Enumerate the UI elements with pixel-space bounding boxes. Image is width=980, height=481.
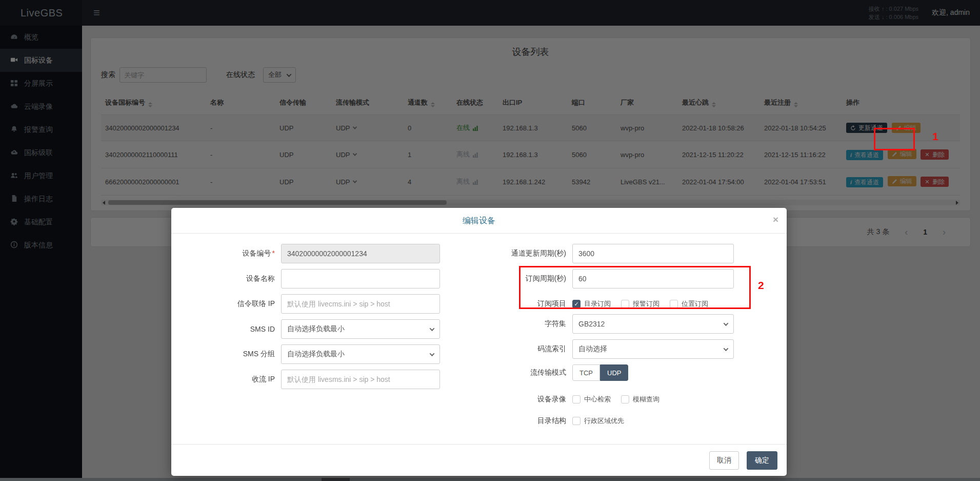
cancel-button[interactable]: 取消	[709, 451, 739, 470]
admin-region-checkbox[interactable]	[572, 417, 581, 425]
sip-contact-ip-label: 信令联络 IP	[189, 299, 281, 309]
dir-structure-label: 目录结构	[470, 416, 572, 426]
channel-refresh-period-label: 通道更新周期(秒)	[470, 249, 572, 258]
fuzzy-search-label: 模糊查询	[633, 395, 659, 404]
page-scrollbar[interactable]	[0, 478, 980, 481]
edit-device-modal: 编辑设备 × 设备编号* 设备名称 信令联络 IP SMS ID 自动选择负载最…	[171, 208, 787, 476]
modal-body: 设备编号* 设备名称 信令联络 IP SMS ID 自动选择负载最小 SMS 分…	[171, 234, 787, 444]
center-search-checkbox[interactable]	[572, 395, 581, 403]
subscribe-period-label: 订阅周期(秒)	[470, 274, 572, 283]
ok-button[interactable]: 确定	[747, 451, 777, 470]
stream-mode-toggle: TCP UDP	[572, 364, 628, 381]
device-id-field	[281, 244, 440, 263]
recv-stream-ip-label: 收流 IP	[189, 375, 281, 384]
charset-label: 字符集	[470, 319, 572, 329]
annotation-number-2: 2	[758, 279, 764, 292]
recv-stream-ip-field[interactable]	[281, 370, 440, 389]
catalog-subscribe-label: 目录订阅	[584, 299, 611, 309]
stream-mode-label: 流传输模式	[470, 368, 572, 377]
sms-group-select[interactable]: 自动选择负载最小	[281, 344, 440, 364]
sms-id-label: SMS ID	[189, 325, 281, 333]
stream-index-label: 码流索引	[470, 344, 572, 354]
subscribe-period-field[interactable]	[572, 269, 734, 288]
tcp-toggle[interactable]: TCP	[572, 364, 600, 381]
close-icon[interactable]: ×	[773, 215, 778, 224]
scrollbar-thumb[interactable]	[322, 478, 350, 481]
sip-contact-ip-field[interactable]	[281, 294, 440, 314]
fuzzy-search-checkbox[interactable]	[621, 395, 629, 403]
modal-header: 编辑设备 ×	[171, 208, 787, 234]
chevron-down-icon	[430, 351, 435, 356]
modal-title: 编辑设备	[171, 208, 787, 234]
sms-id-select[interactable]: 自动选择负载最小	[281, 319, 440, 339]
required-asterisk: *	[272, 249, 275, 257]
position-subscribe-label: 位置订阅	[682, 299, 708, 309]
alarm-subscribe-checkbox[interactable]	[621, 300, 629, 308]
device-name-label: 设备名称	[189, 274, 281, 283]
device-id-label: 设备编号*	[189, 249, 281, 258]
channel-refresh-period-field[interactable]	[572, 244, 734, 263]
chevron-down-icon	[724, 321, 729, 326]
chevron-down-icon	[430, 326, 435, 331]
device-name-field[interactable]	[281, 269, 440, 288]
subscribe-items-label: 订阅项目	[470, 299, 572, 309]
stream-index-select[interactable]: 自动选择	[572, 339, 734, 359]
chevron-down-icon	[724, 346, 729, 351]
charset-select[interactable]: GB2312	[572, 314, 734, 334]
alarm-subscribe-label: 报警订阅	[633, 299, 659, 309]
center-search-label: 中心检索	[584, 395, 611, 404]
catalog-subscribe-checkbox[interactable]: ✓	[572, 300, 581, 308]
annotation-number-1: 1	[932, 130, 938, 143]
modal-footer: 取消 确定	[171, 444, 787, 476]
device-record-label: 设备录像	[470, 395, 572, 404]
udp-toggle[interactable]: UDP	[600, 364, 628, 381]
position-subscribe-checkbox[interactable]	[670, 300, 678, 308]
sms-group-label: SMS 分组	[189, 350, 281, 359]
admin-region-label: 行政区域优先	[584, 416, 624, 426]
